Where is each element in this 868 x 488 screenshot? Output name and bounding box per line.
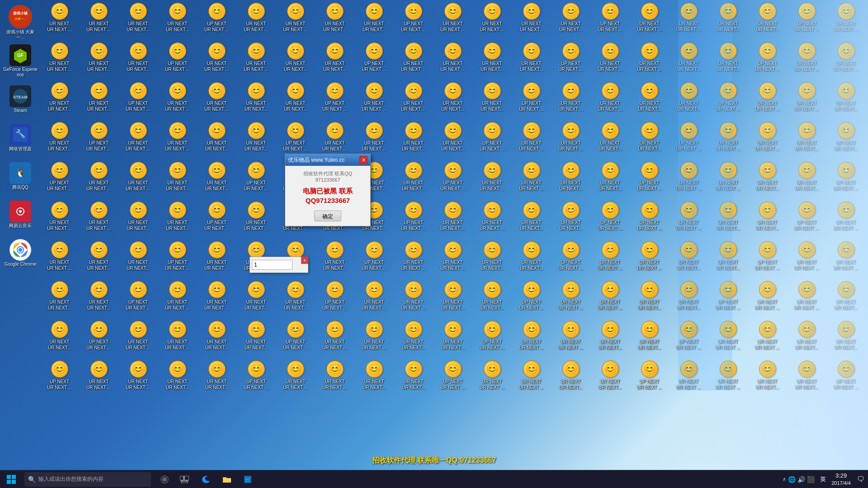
tray-lang-indicator[interactable]: 英 <box>820 475 826 483</box>
desktop-icon[interactable]: 😊UR NEXTUR NEXT ... <box>669 358 708 398</box>
desktop-icon[interactable]: 😊UR NEXTUR NEXT... <box>826 119 866 159</box>
start-button[interactable] <box>0 470 23 488</box>
desktop-icon[interactable]: 😊UR NEXTUR NEXT ... <box>197 239 236 278</box>
desktop-icon[interactable]: 😊UR NEXTUR NEXT ... <box>158 80 197 119</box>
desktop-icon[interactable]: 😊UR NEXTUR NEXT ... <box>748 119 787 159</box>
desktop-icon[interactable]: 😊UP NEXTUR NEXT ... <box>826 159 866 199</box>
desktop-icon[interactable]: 😊UR NEXTUR NEXT ... <box>669 199 708 239</box>
desktop-icon[interactable]: 😊UR NEXTUR NEXT... <box>236 278 276 318</box>
desktop-icon[interactable]: 😊UR NEXTUR NEXT... <box>433 119 472 159</box>
desktop-icon[interactable]: 😊UR NEXTUR NEXT... <box>669 40 708 80</box>
desktop-icon[interactable]: 😊UR NEXTUR NEXT ... <box>394 278 433 318</box>
tray-network-icon[interactable]: 🌐 <box>788 476 796 483</box>
desktop-icon[interactable]: 😊UR NEXTUR NEXT... <box>630 278 669 318</box>
desktop-icon[interactable]: 😊UR NEXTUR NEXT... <box>512 40 551 80</box>
desktop-icon[interactable]: 😊UR NEXTUR NEXT... <box>826 278 866 318</box>
desktop-icon[interactable]: 😊UR NEXTUR NEXT... <box>433 318 472 358</box>
desktop-icon[interactable]: 😊UR NEXTUR NEXT ... <box>158 278 197 318</box>
desktop-icon[interactable]: 😊UR NEXTUR NEXT ... <box>433 0 472 40</box>
desktop-icon[interactable]: 😊UR NEXTUR NEXT... <box>826 80 866 119</box>
desktop-icon[interactable]: 😊UR NEXTUR NEXT... <box>433 278 472 318</box>
desktop-icon[interactable]: 😊UP NEXTUR NEXT ... <box>236 159 276 199</box>
taskbar-edge-button[interactable] <box>196 470 216 488</box>
desktop-icon[interactable]: 😊UR NEXTUR NEXT... <box>669 239 708 278</box>
game-logo-icon[interactable]: 游戏小镇 大家一... 游戏小镇 大家一... <box>2 5 38 41</box>
desktop-icon[interactable]: 😊UR NEXTUR NEXT ... <box>826 40 866 80</box>
desktop-icon[interactable]: 😊UR NEXTUR NEXT ... <box>40 40 79 80</box>
desktop-icon[interactable]: 😊UR NEXTUR NEXT... <box>276 278 315 318</box>
desktop-icon[interactable]: 😊UR NEXTUR NEXT ... <box>787 80 826 119</box>
desktop-icon[interactable]: 😊UR NEXTUR NEXT... <box>708 0 748 40</box>
desktop-icon[interactable]: 😊UR NEXTUR NEXT ... <box>551 318 590 358</box>
desktop-icon[interactable]: 😊UR NEXTUR NEXT... <box>354 358 394 398</box>
desktop-icon[interactable]: 😊UR NEXTUR NEXT ... <box>315 358 354 398</box>
desktop-icon[interactable]: 😊UP NEXTUR NEXT ... <box>118 80 158 119</box>
desktop-icon[interactable]: 😊UR NEXTUR NEXT ... <box>158 119 197 159</box>
desktop-icon[interactable]: 😊UR NEXTUR NEXT ... <box>394 80 433 119</box>
desktop-icon[interactable]: 😊UR NEXTUR NEXT... <box>158 159 197 199</box>
desktop-icon[interactable]: 😊UR NEXTUR NEXT... <box>79 278 118 318</box>
desktop-icon[interactable]: 😊UR NEXTUR NEXT... <box>708 239 748 278</box>
desktop-icon[interactable]: 😊UR NEXTUR NEXT ... <box>590 40 630 80</box>
desktop-icon[interactable]: 😊UR NEXTUR NEXT... <box>669 80 708 119</box>
desktop-icon[interactable]: 😊UR NEXTUR NEXT... <box>630 119 669 159</box>
notifications-button[interactable]: 🗨 <box>857 475 864 483</box>
desktop-icon[interactable]: 😊UP NEXTUR NEXT ... <box>315 278 354 318</box>
desktop-icon[interactable]: 😊UR NEXTUR NEXT ... <box>433 40 472 80</box>
desktop-icon[interactable]: 😊UR NEXTUR NEXT... <box>787 119 826 159</box>
desktop-icon[interactable]: 😊UR NEXTUR NEXT... <box>315 239 354 278</box>
desktop-icon[interactable]: 😊UR NEXTUR NEXT ... <box>118 358 158 398</box>
desktop-icon[interactable]: 😊UP NEXTUR NEXT ... <box>630 358 669 398</box>
desktop-icon[interactable]: 😊UR NEXTUR NEXT... <box>236 119 276 159</box>
desktop-icon[interactable]: 😊UR NEXTUR NEXT... <box>748 358 787 398</box>
desktop-icon[interactable]: 😊UR NEXTUR NEXT... <box>826 318 866 358</box>
desktop-icon[interactable]: 😊UP NEXTUR NEXT ... <box>551 40 590 80</box>
desktop-icon[interactable]: 😊UR NEXTUR NEXT ... <box>512 358 551 398</box>
desktop-icon[interactable]: 😊UR NEXTUR NEXT ... <box>472 358 512 398</box>
desktop-icon[interactable]: 😊UR NEXTUR NEXT... <box>472 239 512 278</box>
desktop-icon[interactable]: 😊UR NEXTUR NEXT... <box>748 159 787 199</box>
desktop-icon[interactable]: 😊UR NEXTUR NEXT... <box>40 80 79 119</box>
desktop-icon[interactable]: 😊UR NEXTUR NEXT ... <box>118 119 158 159</box>
desktop-icon[interactable]: 😊UR NEXTUR NEXT ... <box>748 80 787 119</box>
desktop-icon[interactable]: 😊UR NEXTUR NEXT... <box>197 318 236 358</box>
desktop-icon[interactable]: 😊UR NEXTUR NEXT... <box>40 119 79 159</box>
taskbar-search-box[interactable]: 🔍 输入或说出你想搜索的内容 <box>24 472 151 487</box>
desktop-icon[interactable]: 😊UR NEXTUR NEXT ... <box>669 0 708 40</box>
desktop-icon[interactable]: 😊UP NEXTUR NEXT ... <box>787 0 826 40</box>
desktop-icon[interactable]: 😊UR NEXTUR NEXT... <box>551 358 590 398</box>
network-mgr-icon[interactable]: 🔧 网络管理器 <box>2 120 38 156</box>
desktop-icon[interactable]: 😊UR NEXTUR NEXT ... <box>79 0 118 40</box>
desktop-icon[interactable]: 😊UR NEXTUR NEXT... <box>472 278 512 318</box>
desktop-icon[interactable]: 😊UP NEXTUR NEXT ... <box>472 119 512 159</box>
desktop-icon[interactable]: 😊UR NEXTUR NEXT ... <box>787 239 826 278</box>
cortana-button[interactable] <box>155 470 175 488</box>
desktop-icon[interactable]: 😊UR NEXTUR NEXT... <box>748 199 787 239</box>
desktop-icon[interactable]: 😊UR NEXTUR NEXT ... <box>512 318 551 358</box>
desktop-icon[interactable]: 😊UR NEXTUR NEXT... <box>315 40 354 80</box>
desktop-icon[interactable]: 😊UR NEXTUR NEXT ... <box>197 278 236 318</box>
desktop-icon[interactable]: 😊UR NEXTUR NEXT ... <box>354 119 394 159</box>
desktop-icon[interactable]: 😊UR NEXTUR NEXT... <box>276 40 315 80</box>
desktop-icon[interactable]: 😊UP NEXTUR NEXT ... <box>787 199 826 239</box>
desktop-icon[interactable]: 😊UR NEXTUR NEXT... <box>236 318 276 358</box>
desktop-icon[interactable]: 😊UR NEXTUR NEXT... <box>118 0 158 40</box>
desktop-icon[interactable]: 😊UR NEXTUR NEXT... <box>354 0 394 40</box>
task-view-button[interactable] <box>175 470 194 488</box>
desktop-icon[interactable]: 😊UP NEXTUR NEXT ... <box>512 278 551 318</box>
desktop-icon[interactable]: 😊UR NEXTUR NEXT... <box>197 159 236 199</box>
desktop-icon[interactable]: 😊UP NEXTUR NEXT ... <box>433 159 472 199</box>
desktop-icon[interactable]: 😊UR NEXTUR NEXT ... <box>748 278 787 318</box>
desktop-icon[interactable]: 😊UR NEXTUR NEXT ... <box>551 119 590 159</box>
input-popup-close-button[interactable]: × <box>301 257 308 264</box>
desktop-icon[interactable]: 😊UR NEXTUR NEXT ... <box>40 0 79 40</box>
desktop-icon[interactable]: 😊UP NEXTUR NEXT ... <box>354 239 394 278</box>
desktop-icon[interactable]: 😊UR NEXTUR NEXT ... <box>551 278 590 318</box>
desktop-icon[interactable]: 😊UR NEXTUR NEXT ... <box>630 0 669 40</box>
desktop-icon[interactable]: 😊UR NEXTUR NEXT... <box>394 318 433 358</box>
desktop-icon[interactable]: 😊UP NEXTUR NEXT ... <box>394 199 433 239</box>
desktop-icon[interactable]: 😊UP NEXTUR NEXT ... <box>826 358 866 398</box>
desktop-icon[interactable]: 😊UR NEXTUR NEXT ... <box>472 0 512 40</box>
desktop-icon[interactable]: 😊UP NEXTUR NEXT ... <box>158 40 197 80</box>
desktop-icon[interactable]: 😊UR NEXTUR NEXT... <box>708 199 748 239</box>
